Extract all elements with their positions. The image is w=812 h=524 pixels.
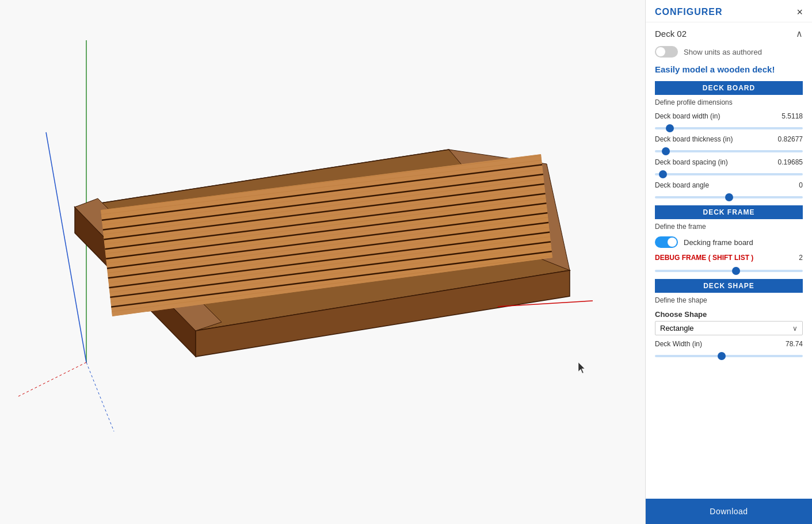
svg-marker-36 [578, 362, 585, 373]
board-spacing-label: Deck board spacing (in) [655, 158, 728, 166]
deck-name-row: Deck 02 ∧ [646, 22, 812, 43]
shape-value: Rectangle [660, 324, 694, 332]
param-board-width: Deck board width (in) 5.5118 [646, 110, 812, 133]
download-button[interactable]: Download [646, 499, 812, 524]
choose-shape-label: Choose Shape [655, 310, 803, 319]
deck-frame-header: DECK FRAME [655, 205, 803, 219]
board-thickness-slider[interactable] [655, 150, 803, 152]
board-width-label: Deck board width (in) [655, 112, 720, 120]
board-width-value: 5.5118 [781, 112, 803, 120]
toggle-units-row: Show units as authored [646, 43, 812, 63]
3d-viewport [0, 0, 645, 524]
deck-illustration [17, 29, 593, 431]
board-thickness-value: 0.82677 [778, 135, 803, 143]
param-deck-width: Deck Width (in) 78.74 [646, 338, 812, 361]
svg-line-3 [17, 362, 86, 397]
board-spacing-slider[interactable] [655, 173, 803, 175]
board-angle-value: 0 [799, 181, 803, 189]
frame-toggle-row: Decking frame board [646, 234, 812, 251]
param-board-angle: Deck board angle 0 [646, 179, 812, 202]
board-angle-slider[interactable] [655, 196, 803, 198]
frame-toggle-label: Decking frame board [684, 238, 753, 247]
choose-shape-row: Choose Shape Rectangle ∨ [646, 308, 812, 338]
frame-toggle-switch[interactable] [655, 236, 678, 248]
board-spacing-value: 0.19685 [778, 158, 803, 166]
mouse-cursor [578, 362, 588, 374]
board-thickness-label: Deck board thickness (in) [655, 135, 733, 143]
deck-shape-header: DECK SHAPE [655, 279, 803, 293]
deck-width-value: 78.74 [786, 340, 803, 348]
svg-line-2 [86, 362, 132, 431]
param-board-spacing: Deck board spacing (in) 0.19685 [646, 156, 812, 179]
debug-frame-label: DEBUG FRAME ( SHIFT LIST ) [655, 254, 753, 262]
panel-header: CONFIGURER × [646, 0, 812, 22]
deck-name-label: Deck 02 [655, 29, 687, 39]
tagline: Easily model a wooden deck! [646, 63, 812, 81]
board-angle-label: Deck board angle [655, 181, 709, 189]
param-board-thickness: Deck board thickness (in) 0.82677 [646, 133, 812, 156]
deck-frame-sub: Define the frame [646, 221, 812, 234]
frame-toggle-knob [668, 238, 677, 247]
chevron-up-icon[interactable]: ∧ [796, 28, 803, 39]
debug-slider-row [646, 262, 812, 276]
deck-width-label: Deck Width (in) [655, 340, 702, 348]
toggle-units-switch[interactable] [655, 46, 678, 58]
toggle-units-label: Show units as authored [684, 48, 762, 56]
toggle-knob [656, 47, 665, 56]
panel-title: CONFIGURER [655, 7, 723, 17]
shape-dropdown[interactable]: Rectangle ∨ [655, 321, 803, 335]
deck-board-header: DECK BOARD [655, 81, 803, 95]
debug-frame-slider[interactable] [655, 270, 803, 272]
panel-scroll-content[interactable]: Deck 02 ∧ Show units as authored Easily … [646, 22, 812, 499]
deck-shape-sub: Define the shape [646, 295, 812, 308]
debug-frame-row: DEBUG FRAME ( SHIFT LIST ) 2 [646, 251, 812, 262]
debug-frame-value: 2 [799, 254, 803, 262]
close-button[interactable]: × [796, 7, 803, 17]
deck-width-slider[interactable] [655, 355, 803, 357]
svg-line-1 [46, 132, 86, 362]
config-panel: CONFIGURER × Deck 02 ∧ Show units as aut… [645, 0, 812, 524]
deck-board-sub: Define profile dimensions [646, 97, 812, 110]
board-width-slider[interactable] [655, 127, 803, 129]
shape-chevron-icon: ∨ [792, 324, 798, 332]
